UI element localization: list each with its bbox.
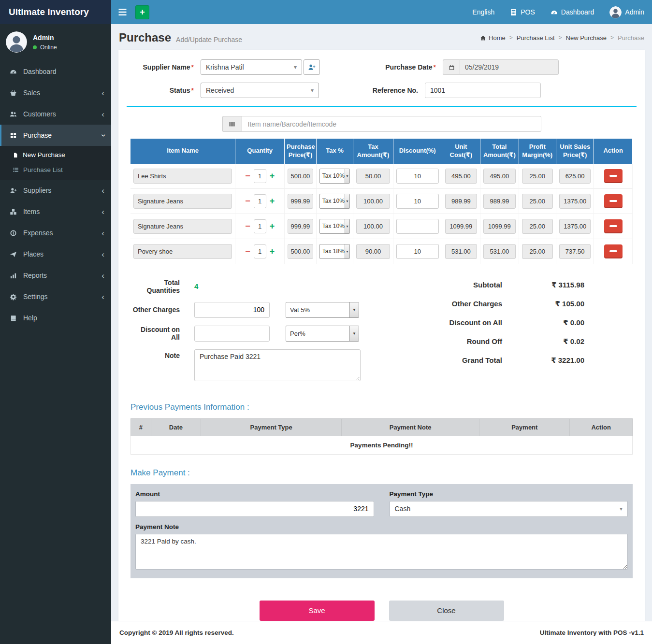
sidebar-item-purchase[interactable]: Purchase ‹: [0, 125, 111, 146]
footer: Copyright © 2019 All rights reserved. Ul…: [111, 621, 652, 644]
sidebar-item-label: Purchase List: [23, 166, 63, 173]
items-table-header: Item Name Quantity Purchase Price(₹) Tax…: [130, 139, 633, 164]
chevron-left-icon: ‹: [101, 208, 104, 216]
sidebar-item-label: Purchase: [23, 131, 52, 139]
qty-decrease-button[interactable]: −: [245, 222, 250, 230]
tax-select[interactable]: Tax 10%▼: [319, 169, 350, 184]
qty-decrease-button[interactable]: −: [245, 247, 250, 256]
sidebar-item-sales[interactable]: Sales ‹: [0, 82, 111, 103]
tax-select[interactable]: Tax 18%▼: [319, 244, 350, 259]
delete-row-button[interactable]: [604, 219, 623, 233]
qty-input[interactable]: 1: [254, 194, 266, 208]
status-select[interactable]: Received ▾: [201, 83, 319, 98]
qty-increase-button[interactable]: +: [270, 222, 275, 230]
reference-input[interactable]: [425, 83, 541, 98]
top-navbar: + English POS Dashboard Admin: [111, 0, 652, 24]
qty-input[interactable]: 1: [254, 169, 266, 183]
qty-decrease-button[interactable]: −: [245, 172, 250, 180]
supplier-select[interactable]: Krishna Patil ▾: [201, 59, 302, 75]
main-content: Purchase Add/Update Purchase Home > Purc…: [111, 24, 652, 621]
sidebar-item-reports[interactable]: Reports ‹: [0, 265, 111, 286]
status-select-value: Received: [206, 86, 234, 94]
note-textarea[interactable]: Purchase Paid 3221: [194, 349, 361, 381]
payment-note-textarea[interactable]: 3221 Paid by cash.: [135, 534, 628, 570]
sidebar-item-customers[interactable]: Customers ‹: [0, 103, 111, 125]
gauge-icon: [8, 68, 18, 75]
book-icon: [8, 315, 18, 322]
page-title: Purchase: [119, 31, 171, 44]
col-item-name: Item Name: [130, 139, 235, 164]
item-search: [222, 116, 541, 132]
caret-down-icon: ▾: [620, 505, 623, 512]
language-menu[interactable]: English: [464, 6, 502, 18]
sidebar-item-settings[interactable]: Settings ‹: [0, 286, 111, 307]
discount-all-input[interactable]: [194, 326, 270, 342]
sidebar-item-expenses[interactable]: Expenses ‹: [0, 222, 111, 243]
col-quantity: Quantity: [235, 139, 285, 164]
sidebar-item-dashboard[interactable]: Dashboard: [0, 61, 111, 82]
sidebar-item-suppliers[interactable]: Suppliers ‹: [0, 180, 111, 201]
breadcrumb-new-purchase[interactable]: New Purchase: [566, 34, 607, 42]
other-charges-tax-select[interactable]: Vat 5% ▼: [286, 302, 359, 318]
add-supplier-button[interactable]: [304, 59, 320, 75]
payments-table: # Date Payment Type Payment Note Payment…: [130, 418, 633, 455]
discount-input[interactable]: [396, 219, 439, 234]
payment-type-select[interactable]: Cash ▾: [390, 501, 628, 517]
sidebar-item-new-purchase[interactable]: New Purchase: [0, 147, 111, 162]
purchase-date-label: Purchase Date*: [350, 63, 443, 71]
online-dot-icon: [33, 45, 37, 49]
sidebar-toggle-button[interactable]: [111, 0, 133, 24]
breadcrumb-purchase-list[interactable]: Purchase List: [517, 34, 555, 42]
discount-input[interactable]: [396, 169, 439, 184]
sidebar-menu: Dashboard Sales ‹ Customers ‹ Purchase ‹…: [0, 61, 111, 329]
bar-chart-icon: [8, 272, 18, 279]
sidebar-item-purchase-list[interactable]: Purchase List: [0, 162, 111, 177]
purchase-date-input[interactable]: [460, 59, 559, 75]
user-menu[interactable]: Admin: [602, 6, 652, 18]
save-button[interactable]: Save: [260, 601, 375, 621]
tax-select[interactable]: Tax 10%▼: [319, 194, 350, 209]
sidebar-item-items[interactable]: Items ‹: [0, 201, 111, 222]
discount-input[interactable]: [396, 194, 439, 209]
other-charges-input[interactable]: [194, 302, 270, 318]
quick-add-button[interactable]: +: [135, 5, 149, 19]
qty-increase-button[interactable]: +: [270, 172, 275, 180]
amount-input[interactable]: [135, 501, 374, 517]
col-tax-amount: Tax Amount(₹): [353, 139, 393, 164]
payments-empty-row: Payments Pending!!: [131, 436, 633, 454]
profit-margin-box: 25.00: [522, 219, 553, 234]
chevron-left-icon: ‹: [101, 250, 104, 258]
close-button[interactable]: Close: [389, 601, 504, 621]
qty-increase-button[interactable]: +: [270, 247, 275, 256]
pos-menu[interactable]: POS: [502, 6, 543, 18]
caret-down-icon: ▾: [294, 64, 297, 71]
minus-icon: [609, 225, 617, 227]
unit-cost-box: 495.00: [445, 169, 478, 184]
delete-row-button[interactable]: [604, 244, 623, 258]
item-search-input[interactable]: [242, 116, 541, 132]
discount-all-type-select[interactable]: Per% ▼: [286, 326, 359, 342]
col-profit-margin: Profit Margin(%): [519, 139, 556, 164]
delete-row-button[interactable]: [604, 194, 623, 208]
tax-select[interactable]: Tax 10%▼: [319, 219, 350, 234]
profit-margin-box: 25.00: [522, 169, 553, 184]
user-avatar: [6, 31, 27, 53]
breadcrumb-home[interactable]: Home: [480, 34, 506, 42]
gauge-icon: [551, 9, 558, 16]
col-date: Date: [151, 418, 201, 436]
pos-icon: [510, 9, 517, 16]
sidebar-item-help[interactable]: Help: [0, 307, 111, 329]
qty-decrease-button[interactable]: −: [245, 197, 250, 205]
discount-input[interactable]: [396, 244, 439, 259]
qty-input[interactable]: 1: [254, 219, 266, 233]
dashboard-menu[interactable]: Dashboard: [543, 6, 602, 18]
sidebar-item-places[interactable]: Places ‹: [0, 243, 111, 265]
col-discount: Discount(%): [393, 139, 442, 164]
qty-input[interactable]: 1: [254, 244, 266, 258]
col-action: Action: [570, 418, 633, 436]
qty-increase-button[interactable]: +: [270, 197, 275, 205]
delete-row-button[interactable]: [604, 169, 623, 183]
breadcrumb-separator: >: [610, 34, 614, 41]
user-status: Online: [33, 44, 57, 51]
language-label: English: [472, 8, 494, 16]
